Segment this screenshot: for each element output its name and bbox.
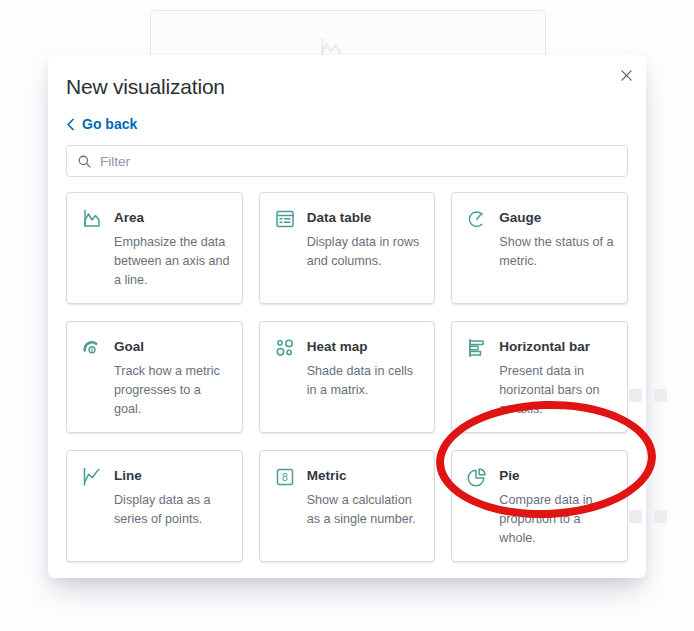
line-chart-icon bbox=[80, 465, 104, 548]
heatmap-icon bbox=[273, 336, 297, 419]
vis-card-description: Shade data in cells in a matrix. bbox=[307, 362, 423, 400]
new-visualization-modal: New visualization Go back Area Emphasize… bbox=[48, 55, 646, 578]
vis-type-grid: Area Emphasize the data between an axis … bbox=[66, 192, 628, 578]
search-icon bbox=[77, 154, 92, 169]
gauge-icon bbox=[465, 207, 489, 290]
vis-card-description: Display data in rows and columns. bbox=[307, 233, 423, 271]
vis-card-title: Data table bbox=[307, 206, 423, 227]
vis-card-line[interactable]: Line Display data as a series of points. bbox=[66, 450, 243, 562]
go-back-link[interactable]: Go back bbox=[66, 116, 137, 132]
vis-card-description: Compare data in proportion to a whole. bbox=[499, 491, 615, 548]
vis-card-title: Metric bbox=[307, 464, 423, 485]
go-back-label: Go back bbox=[82, 116, 137, 132]
vis-card-description: Display data as a series of points. bbox=[114, 491, 230, 529]
vis-card-area[interactable]: Area Emphasize the data between an axis … bbox=[66, 192, 243, 304]
metric-icon: 8 bbox=[273, 465, 297, 548]
vis-card-gauge[interactable]: Gauge Show the status of a metric. bbox=[451, 192, 628, 304]
filter-input[interactable] bbox=[100, 154, 617, 169]
annotation-handle bbox=[629, 389, 642, 402]
vis-card-horizontal-bar[interactable]: Horizontal bar Present data in horizonta… bbox=[451, 321, 628, 433]
modal-title: New visualization bbox=[66, 75, 628, 99]
vis-card-description: Show the status of a metric. bbox=[499, 233, 615, 271]
horizontal-bar-icon bbox=[465, 336, 489, 419]
vis-card-title: Line bbox=[114, 464, 230, 485]
vis-card-description: Emphasize the data between an axis and a… bbox=[114, 233, 230, 290]
vis-card-title: Gauge bbox=[499, 206, 615, 227]
data-table-icon bbox=[273, 207, 297, 290]
vis-card-title: Area bbox=[114, 206, 230, 227]
filter-input-wrapper bbox=[66, 145, 628, 177]
vis-card-description: Track how a metric progresses to a goal. bbox=[114, 362, 230, 419]
vis-card-title: Horizontal bar bbox=[499, 335, 615, 356]
annotation-handle bbox=[654, 389, 667, 402]
vis-card-goal[interactable]: Goal Track how a metric progresses to a … bbox=[66, 321, 243, 433]
annotation-handle bbox=[654, 510, 667, 523]
vis-card-title: Pie bbox=[499, 464, 615, 485]
svg-text:8: 8 bbox=[282, 471, 288, 483]
annotation-handle bbox=[629, 510, 642, 523]
vis-card-title: Goal bbox=[114, 335, 230, 356]
close-icon[interactable] bbox=[614, 63, 638, 87]
vis-card-title: Heat map bbox=[307, 335, 423, 356]
vis-card-data-table[interactable]: Data table Display data in rows and colu… bbox=[259, 192, 436, 304]
area-chart-icon bbox=[80, 207, 104, 290]
pie-chart-icon bbox=[465, 465, 489, 548]
vis-card-pie[interactable]: Pie Compare data in proportion to a whol… bbox=[451, 450, 628, 562]
vis-card-heat-map[interactable]: Heat map Shade data in cells in a matrix… bbox=[259, 321, 436, 433]
goal-icon bbox=[80, 336, 104, 419]
vis-card-description: Show a calculation as a single number. bbox=[307, 491, 423, 529]
chevron-left-icon bbox=[66, 118, 75, 131]
vis-card-description: Present data in horizontal bars on an ax… bbox=[499, 362, 615, 419]
vis-card-metric[interactable]: 8 Metric Show a calculation as a single … bbox=[259, 450, 436, 562]
